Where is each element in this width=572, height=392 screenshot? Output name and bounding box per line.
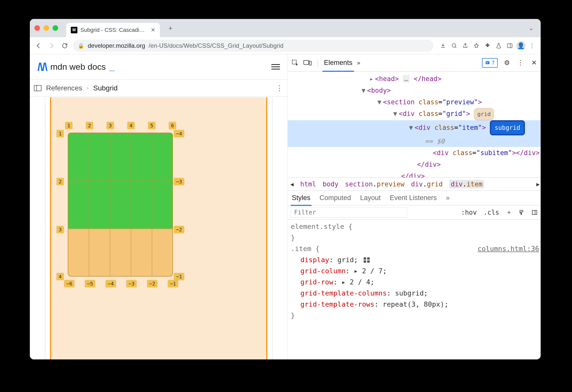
css-declaration[interactable]: grid-column: ▸ 2 / 7; [291, 265, 539, 277]
reload-button[interactable] [60, 41, 70, 51]
line-label: 3 [107, 122, 114, 129]
tab-title: Subgrid - CSS: Cascading Style [80, 27, 148, 33]
line-label: 3 [57, 226, 64, 233]
mdn-subheader: References › Subgrid ⋮ [30, 80, 288, 97]
rule-source-link[interactable]: columns.html:36 [477, 243, 539, 254]
svg-rect-3 [304, 60, 309, 64]
page-menu-icon[interactable]: ⋮ [276, 84, 283, 92]
sidepanel-icon[interactable] [505, 41, 515, 51]
styles-subpanel-tabs: Styles Computed Layout Event Listeners » [288, 191, 541, 205]
breadcrumb-item-current[interactable]: div.item [449, 180, 484, 188]
line-label: 4 [57, 273, 64, 280]
new-tab-button[interactable]: ＋ [166, 23, 175, 33]
line-label: 2 [86, 122, 93, 129]
line-label: −4 [174, 130, 184, 137]
profile-avatar[interactable]: 👤 [516, 41, 526, 51]
breadcrumb-root[interactable]: References [46, 84, 82, 92]
url-host: developer.mozilla.org [88, 42, 145, 49]
subtab-event-listeners[interactable]: Event Listeners [390, 194, 437, 202]
cls-toggle[interactable]: .cls [482, 209, 501, 216]
tab-close-icon[interactable]: ✕ [151, 27, 155, 33]
fullscreen-window-button[interactable] [53, 25, 58, 31]
settings-gear-icon[interactable]: ⚙ [502, 59, 511, 67]
panel-tab-elements[interactable]: Elements [324, 59, 353, 67]
address-bar[interactable]: 🔒 developer.mozilla.org/en-US/docs/Web/C… [73, 40, 433, 52]
breadcrumb-item[interactable]: div.grid [411, 180, 443, 188]
subtab-computed[interactable]: Computed [320, 194, 351, 202]
dom-tree[interactable]: ▸<head> … </head> ▼<body> ▼<section clas… [288, 71, 541, 178]
browser-tab[interactable]: M Subgrid - CSS: Cascading Style ✕ [66, 23, 160, 37]
paint-icon[interactable] [517, 209, 526, 215]
breadcrumb-item[interactable]: body [323, 180, 339, 188]
crumb-scroll-right[interactable]: ▶ [536, 181, 540, 187]
install-app-icon[interactable] [438, 41, 448, 51]
more-panels-icon[interactable]: » [357, 59, 360, 66]
crumb-scroll-left[interactable]: ◀ [290, 181, 294, 187]
nav-forward-button[interactable] [47, 41, 57, 51]
breadcrumb-item[interactable]: section.preview [345, 180, 405, 188]
new-style-rule-icon[interactable]: ＋ [504, 208, 514, 217]
dom-node[interactable]: </div> [288, 159, 541, 170]
subtab-layout[interactable]: Layout [360, 194, 381, 202]
bookmark-star-icon[interactable] [471, 41, 481, 51]
line-label: −6 [64, 280, 74, 287]
dom-node-selected[interactable]: ▼<div class="item"> subgrid [288, 120, 541, 135]
hamburger-menu-icon[interactable] [271, 64, 280, 69]
close-window-button[interactable] [34, 25, 40, 31]
dom-node[interactable]: ▼<section class="preview"> [288, 96, 541, 108]
minimize-window-button[interactable] [43, 25, 49, 31]
hov-toggle[interactable]: :hov [459, 209, 478, 216]
dom-node[interactable]: </div> [288, 170, 541, 178]
mdn-logo-text: mdn web docs [50, 62, 106, 72]
inspect-element-icon[interactable] [291, 59, 299, 67]
issues-count: 7 [492, 60, 495, 66]
computed-sidebar-icon[interactable] [530, 209, 539, 215]
svg-rect-6 [532, 210, 537, 214]
window-controls [34, 25, 58, 31]
dom-node[interactable]: ▼<body> [288, 85, 541, 96]
chrome-menu-icon[interactable]: ⋮ [527, 41, 537, 51]
line-label: −4 [106, 280, 116, 287]
svg-rect-4 [309, 61, 311, 65]
toolbar-actions: 👤 ⋮ [438, 41, 537, 51]
browser-window: M Subgrid - CSS: Cascading Style ✕ ＋ ⌄ 🔒… [30, 19, 541, 359]
dom-node[interactable]: <div class="subitem"></div> [288, 147, 541, 159]
device-toolbar-icon[interactable] [303, 60, 312, 66]
toolbar: 🔒 developer.mozilla.org/en-US/docs/Web/C… [30, 37, 541, 54]
dom-node[interactable]: ▼<div class="grid"> grid [288, 108, 541, 120]
subgrid-badge[interactable]: subgrid [490, 120, 525, 135]
labs-icon[interactable] [494, 41, 504, 51]
line-label: −1 [174, 273, 184, 280]
sidebar-toggle-icon[interactable] [34, 85, 41, 91]
issues-badge[interactable]: 7 [482, 58, 498, 68]
extensions-icon[interactable] [482, 41, 493, 51]
line-label: −2 [147, 280, 157, 287]
breadcrumb-item[interactable]: html [300, 180, 316, 188]
mdn-logo-mark: /\/\ [37, 61, 47, 73]
line-label: 2 [57, 178, 64, 185]
tab-list-button[interactable]: ⌄ [529, 24, 534, 32]
subtab-styles[interactable]: Styles [292, 194, 311, 202]
nav-back-button[interactable] [33, 41, 43, 51]
devtools-close-icon[interactable]: ✕ [530, 59, 539, 67]
devtools-panel: Elements » 7 ⚙ ⋮ ✕ ▸<head> … </head> ▼<b… [288, 54, 541, 359]
share-icon[interactable] [460, 41, 470, 51]
rule-brace: } [291, 234, 295, 241]
styles-filter-input[interactable] [291, 207, 407, 218]
url-path: /en-US/docs/Web/CSS/CSS_Grid_Layout/Subg… [149, 42, 283, 49]
devtools-toolbar: Elements » 7 ⚙ ⋮ ✕ [288, 54, 541, 71]
grid-icon[interactable] [364, 257, 370, 263]
dom-node[interactable]: ▸<head> … </head> [288, 73, 541, 85]
styles-rules[interactable]: element.style { } .item { columns.html:3… [288, 219, 541, 359]
more-subtabs-icon[interactable]: » [446, 194, 450, 202]
devtools-menu-icon[interactable]: ⋮ [516, 59, 525, 67]
css-declaration[interactable]: grid-template-rows: repeat(3, 80px); [291, 299, 539, 310]
css-declaration[interactable]: grid-template-columns: subgrid; [291, 288, 539, 299]
line-label: −5 [85, 280, 95, 287]
css-declaration[interactable]: grid-row: ▸ 2 / 4; [291, 277, 539, 288]
mdn-logo[interactable]: /\/\ mdn web docs _ [37, 61, 115, 73]
rule-brace: } [291, 311, 295, 319]
css-declaration[interactable]: display: grid; [291, 254, 539, 265]
zoom-icon[interactable] [449, 41, 459, 51]
grid-badge[interactable]: grid [474, 108, 494, 120]
